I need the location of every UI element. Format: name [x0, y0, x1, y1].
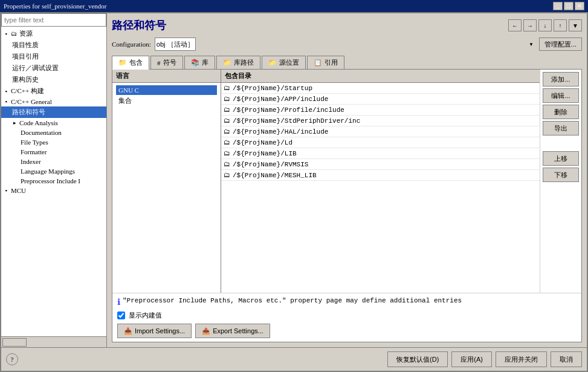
path-stdperiph: /${ProjName}/StdPeriphDriver/inc: [233, 117, 360, 125]
spacer: [543, 137, 579, 149]
label-file-types: File Types: [19, 139, 48, 146]
path-profile: /${ProjName}/Profile/include: [233, 106, 344, 114]
include-item-profile[interactable]: 🗂 /${ProjName}/Profile/include: [221, 105, 540, 116]
includes-icon: 📁: [118, 59, 127, 67]
export-settings-button[interactable]: 📤 Export Settings...: [195, 324, 270, 338]
config-label: Configuration:: [112, 41, 151, 48]
tab-source-loc-label: 源位置: [279, 58, 299, 67]
tree-item-formatter[interactable]: Formatter: [1, 147, 106, 157]
import-export-row: 📥 Import Settings... 📤 Export Settings..…: [117, 324, 577, 338]
help-button[interactable]: ?: [6, 353, 18, 365]
show-builtin-checkbox[interactable]: [117, 312, 125, 319]
export-label: Export Settings...: [213, 327, 263, 334]
down-button[interactable]: ↓: [538, 19, 552, 31]
path-app: /${ProjName}/APP/include: [233, 96, 328, 103]
maximize-button[interactable]: □: [564, 2, 573, 10]
cancel-button[interactable]: 取消: [551, 351, 582, 367]
lang-item-assembly[interactable]: 集合: [116, 95, 217, 106]
delete-button[interactable]: 删除: [543, 105, 579, 119]
folder-icon-rvmsis: 🗂: [224, 160, 230, 168]
tab-lib-path-label: 库路径: [234, 58, 254, 67]
symbols-icon: #: [157, 59, 161, 67]
apply-button[interactable]: 应用(A): [451, 351, 492, 367]
toggle-mcu[interactable]: ▪: [2, 187, 10, 194]
include-list: 🗂 /${ProjName}/Startup 🗂 /${ProjName}/AP…: [221, 83, 540, 293]
info-message-text: "Preprocessor Include Paths, Macros etc.…: [123, 297, 462, 304]
folder-icon-resources: 🗂: [10, 30, 18, 38]
label-project-nature: 项目性质: [11, 41, 39, 50]
folder-icon-profile: 🗂: [224, 106, 230, 114]
manage-config-button[interactable]: 管理配置...: [539, 38, 582, 51]
minimize-button[interactable]: _: [553, 2, 563, 10]
tree-item-code-analysis[interactable]: ▸ Code Analysis: [1, 118, 106, 128]
toggle-code-analysis[interactable]: ▸: [11, 119, 18, 126]
include-item-hal[interactable]: 🗂 /${ProjName}/HAL/include: [221, 126, 540, 137]
filter-input[interactable]: [1, 13, 106, 27]
tree-item-project-ref[interactable]: 项目引用: [1, 51, 106, 62]
tree-item-cpp-build[interactable]: ▪ C/C++ 构建: [1, 85, 106, 97]
label-history: 重构历史: [11, 75, 39, 84]
refs-icon: 📋: [314, 59, 322, 67]
include-item-startup[interactable]: 🗂 /${ProjName}/Startup: [221, 83, 540, 94]
window-title: Properties for self_provisioner_vendor: [4, 2, 106, 10]
lang-item-gnu-c[interactable]: GNU C: [116, 85, 217, 95]
apply-close-button[interactable]: 应用并关闭: [496, 351, 547, 367]
help-label: ?: [11, 356, 14, 363]
include-item-app[interactable]: 🗂 /${ProjName}/APP/include: [221, 94, 540, 105]
forward-button[interactable]: →: [523, 19, 537, 31]
label-cpp-build: C/C++ 构建: [10, 86, 44, 96]
label-resources: 资源: [18, 29, 33, 38]
up-button[interactable]: ↑: [554, 19, 567, 31]
edit-button[interactable]: 编辑...: [543, 88, 579, 103]
tree-item-project-nature[interactable]: 项目性质: [1, 39, 106, 51]
toggle-cpp-general[interactable]: ▪: [2, 98, 10, 105]
move-up-button[interactable]: 上移: [543, 151, 579, 166]
include-item-rvmsis[interactable]: 🗂 /${ProjName}/RVMSIS: [221, 159, 540, 170]
tree-item-lang-mappings[interactable]: Language Mappings: [1, 166, 106, 176]
include-item-lib[interactable]: 🗂 /${ProjName}/LIB: [221, 148, 540, 159]
add-button[interactable]: 添加...: [543, 72, 579, 86]
tree-item-resources[interactable]: ▪ 🗂 资源: [1, 28, 106, 39]
tree-item-file-types[interactable]: File Types: [1, 137, 106, 147]
scroll-thumb[interactable]: [2, 338, 27, 347]
move-down-button[interactable]: 下移: [543, 168, 579, 182]
tab-lib-path[interactable]: 📁 库路径: [216, 56, 260, 69]
left-panel: ▪ 🗂 资源 项目性质 项目引用: [1, 13, 107, 347]
tab-refs[interactable]: 📋 引用: [307, 56, 344, 69]
tree-item-paths-symbols[interactable]: 路径和符号: [1, 106, 106, 118]
import-label: Import Settings...: [135, 327, 185, 334]
footer: ? 恢复默认值(D) 应用(A) 应用并关闭 取消: [1, 347, 587, 371]
toggle-resources[interactable]: ▪: [2, 30, 10, 38]
language-panel-header: 语言: [112, 70, 221, 83]
tab-includes-label: 包含: [129, 58, 143, 67]
close-button[interactable]: ✕: [575, 2, 584, 10]
export-button[interactable]: 导出: [543, 121, 579, 135]
tab-symbols[interactable]: # 符号: [150, 56, 183, 69]
tree-item-indexer[interactable]: Indexer: [1, 157, 106, 166]
toggle-cpp-build[interactable]: ▪: [2, 88, 10, 95]
include-item-stdperiph[interactable]: 🗂 /${ProjName}/StdPeriphDriver/inc: [221, 116, 540, 126]
restore-defaults-button[interactable]: 恢复默认值(D): [387, 351, 448, 367]
tab-source-loc[interactable]: 📁 源位置: [262, 56, 306, 69]
config-select[interactable]: obj ［活动］: [155, 38, 196, 51]
import-settings-button[interactable]: 📥 Import Settings...: [117, 324, 192, 338]
tab-libraries-label: 库: [202, 58, 208, 67]
tab-includes[interactable]: 📁 包含: [112, 56, 149, 70]
folder-icon-ld: 🗂: [224, 139, 230, 146]
tree-item-cpp-general[interactable]: ▪ C/C++ General: [1, 97, 106, 106]
include-item-mesh[interactable]: 🗂 /${ProjName}/MESH_LIB: [221, 170, 540, 181]
tree-item-run-debug[interactable]: 运行／调试设置: [1, 62, 106, 74]
tree-item-history[interactable]: 重构历史: [1, 74, 106, 85]
tree-item-mcu[interactable]: ▪ MCU: [1, 186, 106, 195]
folder-icon-stdperiph: 🗂: [224, 117, 230, 125]
left-scrollbar[interactable]: [1, 336, 106, 347]
tree-item-preprocessor[interactable]: Preprocessor Include I: [1, 176, 106, 186]
tree-item-documentation[interactable]: Documentation: [1, 128, 106, 137]
config-row: Configuration: obj ［活动］ 管理配置...: [112, 38, 582, 51]
path-mesh: /${ProjName}/MESH_LIB: [233, 172, 317, 179]
dropdown-button[interactable]: ▼: [569, 19, 582, 31]
back-button[interactable]: ←: [508, 19, 522, 31]
tab-symbols-label: 符号: [163, 58, 176, 67]
tab-libraries[interactable]: 📚 库: [184, 56, 215, 69]
include-item-ld[interactable]: 🗂 /${ProjName}/Ld: [221, 137, 540, 148]
